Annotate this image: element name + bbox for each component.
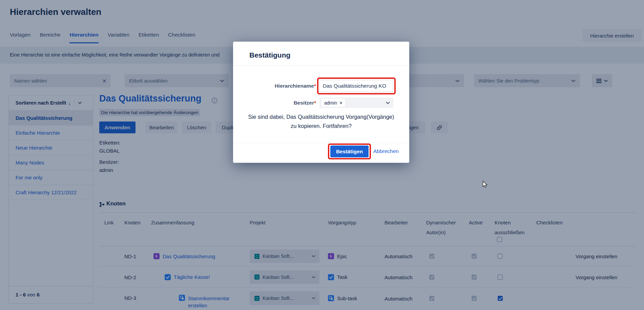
owner-tag-text: admin: [324, 100, 337, 106]
owner-label-text: Besitzer: [294, 100, 314, 106]
dialog-title: Bestätigung: [249, 51, 290, 59]
required-asterisk: *: [314, 83, 316, 89]
remove-tag-icon[interactable]: ×: [339, 100, 342, 106]
confirmation-message-line1: Sie sind dabei, Das Qualitätssicherung V…: [233, 114, 409, 120]
confirmation-message-line2: zu kopieren. Fortfahren?: [233, 123, 409, 129]
required-asterisk: *: [314, 100, 316, 106]
hierarchy-name-input[interactable]: [319, 80, 393, 92]
divider: [233, 143, 409, 143]
chevron-down-icon: [386, 102, 390, 104]
cancel-button[interactable]: Abbrechen: [373, 148, 399, 154]
owner-select[interactable]: admin ×: [319, 97, 393, 108]
owner-tag: admin ×: [321, 99, 345, 107]
confirm-button[interactable]: Bestätigen: [330, 146, 369, 157]
confirmation-dialog: Bestätigung Hierarchiename* Besitzer* ad…: [233, 42, 409, 163]
hierarchy-name-label-text: Hierarchiename: [275, 83, 314, 89]
hierarchy-name-label: Hierarchiename*: [247, 83, 316, 89]
mouse-cursor: [482, 181, 488, 189]
divider: [233, 65, 409, 66]
owner-label: Besitzer*: [247, 100, 316, 106]
